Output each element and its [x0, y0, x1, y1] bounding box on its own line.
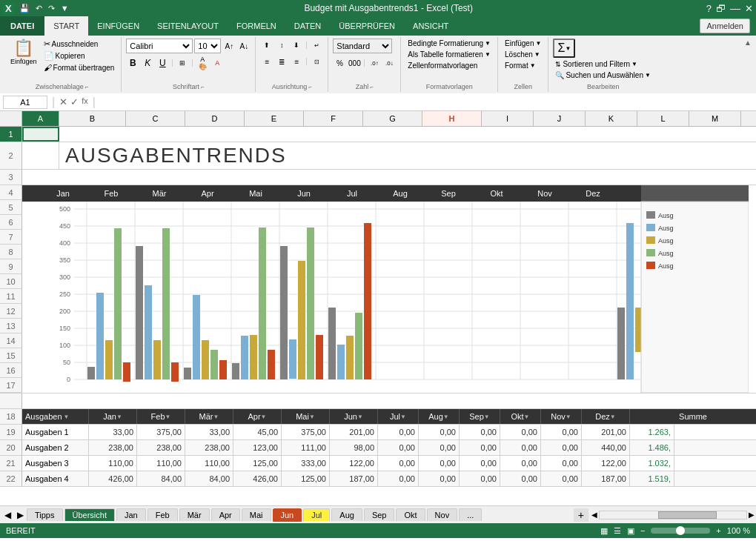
cell-a1[interactable]: [22, 127, 59, 142]
col-header-i[interactable]: I: [482, 111, 534, 126]
th-aug-drop[interactable]: ▼: [443, 414, 449, 420]
italic-button[interactable]: K: [141, 56, 154, 70]
einfuegen-button[interactable]: 📋 Einfügen: [7, 39, 40, 67]
table-cell[interactable]: 125,00: [233, 456, 282, 471]
sheet-tab-tipps[interactable]: Tipps: [27, 508, 63, 521]
table-cell[interactable]: 84,00: [137, 471, 185, 486]
ribbon-collapse-button[interactable]: ▲: [743, 37, 753, 92]
col-header-e[interactable]: E: [245, 111, 304, 126]
minimize-button[interactable]: —: [730, 2, 740, 14]
table-cell[interactable]: 0,00: [460, 471, 500, 486]
align-bottom-button[interactable]: ⬇: [290, 39, 303, 52]
th-apr-drop[interactable]: ▼: [261, 414, 267, 420]
table-cell[interactable]: 0,00: [419, 456, 460, 471]
table-cell[interactable]: 1.032,: [630, 456, 674, 471]
table-cell[interactable]: 0,00: [378, 425, 419, 439]
sheet-tab-mar[interactable]: Mär: [179, 508, 210, 521]
table-cell[interactable]: 110,00: [89, 456, 137, 471]
sheet-tab-nov[interactable]: Nov: [427, 508, 458, 521]
merge-button[interactable]: ⊡: [310, 55, 323, 68]
table-cell[interactable]: 0,00: [378, 471, 419, 486]
table-cell[interactable]: 45,00: [233, 425, 282, 439]
border-button[interactable]: ⊞: [176, 56, 189, 70]
h-scroll-left[interactable]: ◀: [591, 511, 597, 519]
table-cell[interactable]: 238,00: [89, 440, 137, 455]
table-cell[interactable]: 201,00: [330, 425, 378, 439]
table-cell[interactable]: 0,00: [460, 456, 500, 471]
prev-sheet-button[interactable]: ◀: [1, 510, 14, 520]
chart-svg-container[interactable]: Jan Feb Mär Apr Mai Jun Jul Aug Sep Okt …: [22, 185, 756, 393]
sheet-tab-feb[interactable]: Feb: [147, 508, 178, 521]
col-header-g[interactable]: G: [363, 111, 422, 126]
zoom-slider[interactable]: [651, 528, 710, 534]
table-cell[interactable]: 0,00: [419, 440, 460, 455]
align-top-button[interactable]: ⬆: [260, 39, 273, 52]
view-normal-button[interactable]: ▦: [600, 526, 608, 536]
table-cell[interactable]: 122,00: [330, 456, 378, 471]
undo-button[interactable]: ↶: [33, 3, 44, 14]
view-break-button[interactable]: ▣: [627, 526, 634, 536]
cancel-formula-icon[interactable]: ✕: [59, 96, 67, 107]
th-sep-drop[interactable]: ▼: [484, 414, 490, 420]
cut-button[interactable]: ✂ Ausschneiden: [42, 39, 117, 50]
col-header-a[interactable]: A: [22, 111, 59, 126]
sheet-tab-mai[interactable]: Mai: [242, 508, 271, 521]
add-sheet-button[interactable]: +: [574, 508, 588, 522]
th-feb-drop[interactable]: ▼: [165, 414, 171, 420]
table-cell[interactable]: 440,00: [582, 440, 630, 455]
tab-ansicht[interactable]: ANSICHT: [404, 16, 457, 36]
table-cell[interactable]: 0,00: [500, 440, 541, 455]
copy-button[interactable]: 📄 Kopieren: [42, 50, 117, 62]
tab-einfuegen[interactable]: EINFÜGEN: [88, 16, 148, 36]
help-button[interactable]: ?: [706, 3, 712, 14]
table-cell[interactable]: 125,00: [282, 471, 330, 486]
bedingte-formatierung-button[interactable]: Bedingte Formatierung ▼: [405, 39, 493, 48]
table-cell[interactable]: 0,00: [378, 440, 419, 455]
th-nov-drop[interactable]: ▼: [566, 414, 571, 420]
tab-formeln[interactable]: FORMELN: [228, 16, 285, 36]
sheet-tab-apr[interactable]: Apr: [211, 508, 240, 521]
next-sheet-button[interactable]: ▶: [14, 510, 27, 520]
tab-start[interactable]: START: [44, 16, 88, 36]
table-cell[interactable]: 1.263,: [630, 425, 674, 439]
table-cell[interactable]: 123,00: [233, 440, 282, 455]
restore-button[interactable]: 🗗: [716, 3, 726, 14]
font-color-button[interactable]: A: [210, 56, 224, 70]
align-center-button[interactable]: ≣: [275, 55, 288, 68]
table-cell[interactable]: Ausgaben 1: [22, 425, 89, 439]
sheet-tab-jan[interactable]: Jan: [116, 508, 146, 521]
table-cell[interactable]: 375,00: [137, 425, 185, 439]
percent-button[interactable]: %: [333, 56, 346, 70]
col-header-m[interactable]: M: [689, 111, 741, 126]
col-header-j[interactable]: J: [534, 111, 586, 126]
th-mar-drop[interactable]: ▼: [213, 414, 219, 420]
bold-button[interactable]: B: [126, 56, 139, 70]
table-cell[interactable]: 33,00: [185, 425, 233, 439]
table-cell[interactable]: 0,00: [500, 471, 541, 486]
sheet-tab-jun[interactable]: Jun: [273, 508, 302, 522]
col-header-k[interactable]: K: [586, 111, 637, 126]
zwischenablage-expand-icon[interactable]: ⌐: [85, 84, 89, 90]
table-cell[interactable]: 426,00: [89, 471, 137, 486]
table-cell[interactable]: 1.519,: [630, 471, 674, 486]
table-cell[interactable]: 333,00: [282, 456, 330, 471]
number-format-select[interactable]: Standard Zahl Währung Datum: [333, 39, 392, 53]
summe-button[interactable]: Σ ▼: [553, 39, 575, 58]
align-left-button[interactable]: ≡: [260, 55, 273, 68]
decimal-increase-button[interactable]: .0↑: [368, 56, 381, 70]
table-cell[interactable]: 110,00: [137, 456, 185, 471]
col-header-h[interactable]: H: [422, 111, 482, 126]
th-jun-drop[interactable]: ▼: [357, 414, 363, 420]
tab-daten[interactable]: DATEN: [285, 16, 330, 36]
font-size-select[interactable]: 10 11 12: [194, 39, 221, 53]
table-cell[interactable]: 0,00: [460, 440, 500, 455]
th-mai-drop[interactable]: ▼: [309, 414, 315, 420]
th-jul-drop[interactable]: ▼: [400, 414, 406, 420]
table-cell[interactable]: 98,00: [330, 440, 378, 455]
table-cell[interactable]: 0,00: [378, 456, 419, 471]
zahl-expand-icon[interactable]: ⌐: [370, 84, 374, 90]
th-dropdown-1[interactable]: ▼: [64, 414, 70, 420]
format-button[interactable]: Format ▼: [503, 61, 538, 70]
insert-function-icon[interactable]: fx: [82, 96, 88, 107]
th-okt-drop[interactable]: ▼: [524, 414, 530, 420]
